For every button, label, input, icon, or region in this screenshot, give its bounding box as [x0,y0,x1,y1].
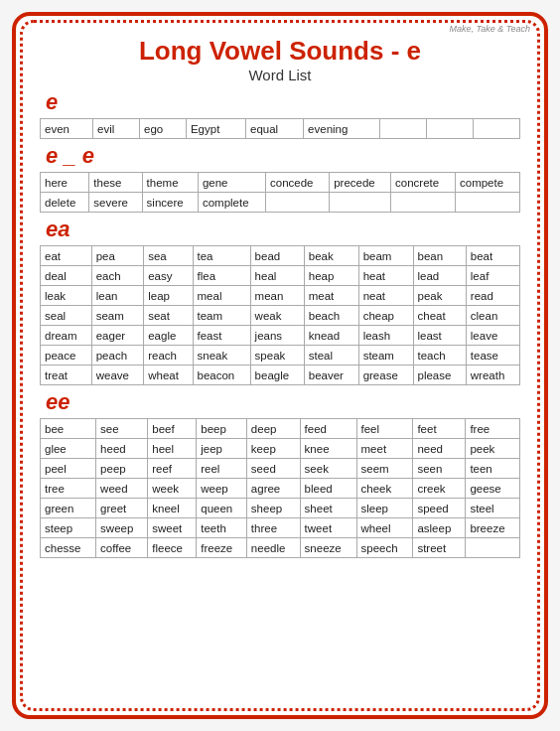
table-cell: least [413,326,466,346]
table-cell: heel [148,439,197,459]
table-cell: grease [358,366,413,385]
table-cell: please [413,366,466,385]
table-cell: feed [300,419,356,439]
table-cell: chesse [41,538,96,558]
table-cell: free [466,419,520,439]
table-cell: geese [466,479,520,499]
table-cell: theme [142,173,198,193]
table-cell: these [89,173,142,193]
table-cell: queen [197,499,247,518]
table-cell: bleed [300,479,356,499]
table-cell: even [41,119,93,139]
table-cell: reach [144,346,193,366]
table-cell: weep [197,479,247,499]
table-cell: sincere [142,193,198,213]
table-cell: feel [356,419,413,439]
table-cell: steel [466,499,520,518]
table-cell: clean [466,306,519,326]
table-cell: reel [197,459,247,479]
table-cell: each [91,266,144,286]
table-cell: knee [300,439,356,459]
table-cell: concede [266,173,330,193]
table-cell: lead [413,266,466,286]
table-cell: sheet [300,499,356,518]
table-e_e: herethesethemegeneconcedeprecedeconcrete… [40,172,520,213]
table-cell: peace [41,346,92,366]
table-cell: meat [304,286,358,306]
table-cell: evil [93,119,140,139]
table-cell: need [413,439,466,459]
table-cell: needle [246,538,300,558]
table-cell: beach [304,306,358,326]
table-cell: eat [41,246,92,266]
table-ee: beeseebeefbeepdeepfeedfeelfeetfreegleehe… [40,418,520,558]
table-cell: meet [356,439,413,459]
table-cell: flea [193,266,250,286]
table-cell: seal [41,306,92,326]
table-cell [474,119,520,139]
table-cell: sea [144,246,193,266]
table-cell: bean [413,246,466,266]
table-cell: heed [96,439,148,459]
table-cell: peek [466,439,520,459]
table-cell: week [148,479,197,499]
table-cell: agree [246,479,300,499]
table-cell [330,193,391,213]
table-cell: steam [358,346,413,366]
table-cell: precede [330,173,391,193]
table-cell: heap [304,266,358,286]
table-cell: beaver [304,366,358,385]
table-cell: feet [413,419,466,439]
page-title: Long Vowel Sounds - e [40,36,520,67]
table-cell: seam [91,306,144,326]
table-cell: teeth [197,518,247,538]
table-cell: here [41,173,89,193]
table-cell [391,193,456,213]
table-cell: leave [466,326,519,346]
table-cell: ego [140,119,187,139]
table-cell: equal [246,119,304,139]
table-cell: beam [358,246,413,266]
table-cell: seek [300,459,356,479]
table-cell: freeze [197,538,247,558]
table-cell: speech [356,538,413,558]
table-ea: eatpeaseateabeadbeakbeambeanbeatdealeach… [40,245,520,385]
table-cell: complete [198,193,265,213]
table-cell: wreath [466,366,519,385]
table-cell: coffee [96,538,148,558]
table-cell: lean [91,286,144,306]
table-cell: eager [91,326,144,346]
table-cell: jeep [197,439,247,459]
page: Make, Take & Teach Long Vowel Sounds - e… [12,12,548,719]
table-cell: sleep [356,499,413,518]
table-cell: cheek [356,479,413,499]
table-cell: deep [246,419,300,439]
table-cell: sweet [148,518,197,538]
table-cell: severe [89,193,142,213]
table-cell: tease [466,346,519,366]
table-cell: teach [413,346,466,366]
section-label-e: e [46,89,520,115]
table-cell: wheel [356,518,413,538]
table-cell: peel [41,459,96,479]
table-cell: glee [41,439,96,459]
table-e: evenevilegoEgyptequalevening [40,118,520,139]
table-cell: speak [250,346,304,366]
table-cell: leak [41,286,92,306]
table-cell: fleece [148,538,197,558]
table-cell: sheep [246,499,300,518]
table-cell: mean [250,286,304,306]
table-cell: knead [304,326,358,346]
table-cell: heat [358,266,413,286]
watermark: Make, Take & Teach [450,24,530,34]
table-cell: sweep [96,518,148,538]
table-cell: keep [246,439,300,459]
table-cell: three [246,518,300,538]
table-cell: weave [91,366,144,385]
table-cell: beef [148,419,197,439]
table-cell [380,119,427,139]
table-cell: beat [466,246,519,266]
table-cell: steep [41,518,96,538]
table-cell: seen [413,459,466,479]
table-cell: bee [41,419,96,439]
